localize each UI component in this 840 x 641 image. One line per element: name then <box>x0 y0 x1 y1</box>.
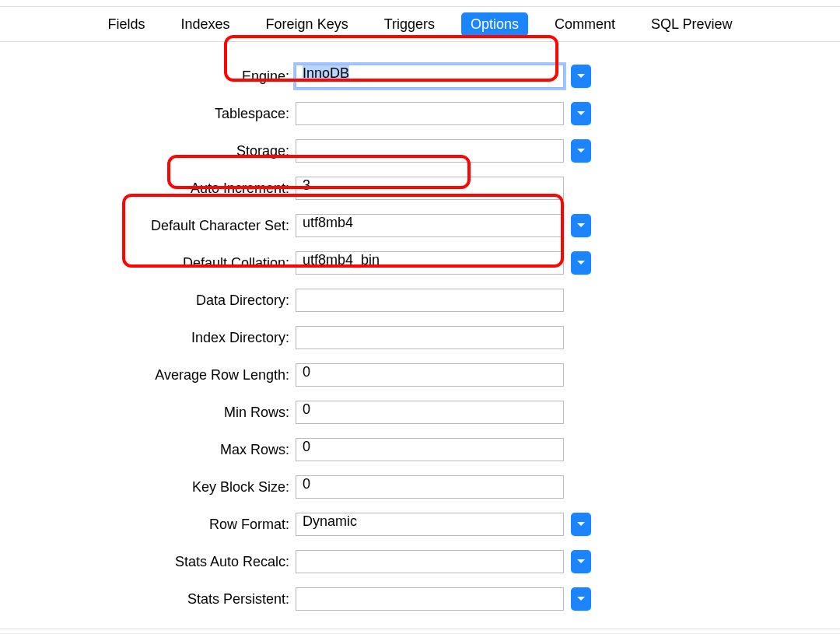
chevron-down-icon <box>576 596 586 602</box>
index-directory-input[interactable] <box>296 326 564 349</box>
default-collation-combobox[interactable]: utf8mb4_bin <box>296 251 564 275</box>
label-avg-row-length: Average Row Length: <box>0 367 296 384</box>
chevron-down-icon <box>576 73 586 79</box>
storage-dropdown-button[interactable] <box>571 139 591 163</box>
label-data-directory: Data Directory: <box>0 292 296 309</box>
tab-comment[interactable]: Comment <box>545 12 625 37</box>
chevron-down-icon <box>576 260 586 266</box>
stats-auto-recalc-dropdown-button[interactable] <box>571 550 591 573</box>
default-collation-dropdown-button[interactable] <box>571 251 591 275</box>
key-block-size-input[interactable]: 0 <box>296 475 564 499</box>
min-rows-input[interactable]: 0 <box>296 401 564 424</box>
options-form: Engine: InnoDB Tablespace: Storage: Aut <box>0 42 840 618</box>
chevron-down-icon <box>576 559 586 565</box>
tab-indexes[interactable]: Indexes <box>172 12 240 37</box>
engine-combobox[interactable]: InnoDB <box>296 65 564 88</box>
tabbar: Fields Indexes Foreign Keys Triggers Opt… <box>0 7 840 42</box>
tab-sql-preview[interactable]: SQL Preview <box>642 12 741 37</box>
max-rows-input[interactable]: 0 <box>296 438 564 461</box>
label-default-charset: Default Character Set: <box>0 218 296 234</box>
label-row-format: Row Format: <box>0 517 296 533</box>
stats-persistent-combobox[interactable] <box>296 587 564 611</box>
label-storage: Storage: <box>0 143 296 159</box>
label-max-rows: Max Rows: <box>0 442 296 458</box>
avg-row-length-input[interactable]: 0 <box>296 363 564 387</box>
tab-fields[interactable]: Fields <box>99 12 155 37</box>
default-charset-combobox[interactable]: utf8mb4 <box>296 214 564 237</box>
label-stats-persistent: Stats Persistent: <box>0 591 296 608</box>
chevron-down-icon <box>576 521 586 527</box>
tablespace-dropdown-button[interactable] <box>571 102 591 125</box>
label-engine: Engine: <box>0 68 296 85</box>
chevron-down-icon <box>576 110 586 117</box>
label-tablespace: Tablespace: <box>0 106 296 122</box>
label-min-rows: Min Rows: <box>0 405 296 421</box>
label-auto-increment: Auto Increment: <box>0 180 296 197</box>
stats-auto-recalc-combobox[interactable] <box>296 550 564 573</box>
tab-triggers[interactable]: Triggers <box>375 12 444 37</box>
stats-persistent-dropdown-button[interactable] <box>571 587 591 611</box>
chevron-down-icon <box>576 148 586 154</box>
label-key-block-size: Key Block Size: <box>0 479 296 496</box>
storage-combobox[interactable] <box>296 139 564 163</box>
label-default-collation: Default Collation: <box>0 255 296 271</box>
row-format-combobox[interactable]: Dynamic <box>296 513 564 536</box>
engine-dropdown-button[interactable] <box>571 65 591 88</box>
tab-foreign-keys[interactable]: Foreign Keys <box>257 12 358 37</box>
chevron-down-icon <box>576 222 586 229</box>
data-directory-input[interactable] <box>296 289 564 312</box>
label-stats-auto-recalc: Stats Auto Recalc: <box>0 554 296 570</box>
row-format-dropdown-button[interactable] <box>571 513 591 536</box>
label-index-directory: Index Directory: <box>0 330 296 346</box>
auto-increment-input[interactable]: 3 <box>296 177 564 200</box>
tablespace-combobox[interactable] <box>296 102 564 125</box>
tab-options[interactable]: Options <box>461 12 528 37</box>
default-charset-dropdown-button[interactable] <box>571 214 591 237</box>
